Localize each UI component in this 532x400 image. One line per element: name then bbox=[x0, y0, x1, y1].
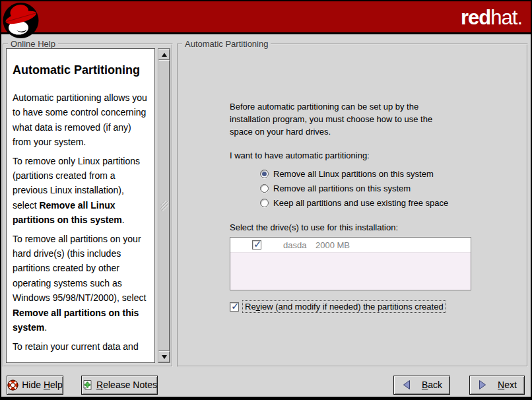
partitioning-radio-group: Remove all Linux partitions on this syst… bbox=[260, 169, 527, 208]
radio-keep-all-partitions[interactable]: Keep all partitions and use existing fre… bbox=[260, 198, 527, 208]
release-notes-label: Release Notes bbox=[96, 380, 157, 390]
online-help-frame: Online Help Automatic Partitioning Autom… bbox=[3, 44, 173, 367]
help-scrollbar[interactable] bbox=[158, 48, 170, 363]
review-checkbox[interactable] bbox=[230, 302, 239, 312]
header-banner: redhat. bbox=[1, 1, 531, 34]
question-text: I want to have automatic partitioning: bbox=[230, 150, 527, 160]
main-content: Before automatic partitioning can be set… bbox=[178, 45, 527, 313]
radio-remove-linux-partitions[interactable]: Remove all Linux partitions on this syst… bbox=[260, 169, 527, 179]
lifebuoy-help-icon bbox=[7, 380, 18, 391]
radio-remove-all-partitions[interactable]: Remove all partitions on this system bbox=[260, 183, 527, 193]
release-notes-button[interactable]: Release Notes bbox=[81, 376, 158, 395]
help-paragraph: To remove all partitions on your hard dr… bbox=[13, 232, 149, 335]
wordmark-red: red bbox=[461, 6, 490, 29]
intro-text: Before automatic partitioning can be set… bbox=[230, 100, 436, 138]
radio-button-icon[interactable] bbox=[260, 184, 269, 193]
main-frame-label: Automatic Partitioning bbox=[182, 39, 271, 49]
radio-label: Remove all Linux partitions on this syst… bbox=[273, 169, 434, 179]
back-arrow-icon bbox=[401, 380, 412, 390]
arrow-up-icon bbox=[162, 53, 167, 57]
drive-checkbox[interactable] bbox=[252, 240, 261, 250]
help-paragraph: To remove only Linux partitions (partiti… bbox=[13, 154, 149, 228]
installer-window: redhat. Online Help Automatic Partitioni… bbox=[0, 0, 532, 400]
online-help-frame-label: Online Help bbox=[8, 39, 58, 49]
scroll-down-button[interactable] bbox=[158, 351, 170, 362]
redhat-shadowman-logo bbox=[2, 1, 40, 40]
scroll-up-button[interactable] bbox=[158, 49, 170, 60]
automatic-partitioning-frame: Automatic Partitioning Before automatic … bbox=[177, 44, 528, 367]
drive-name: dasda bbox=[283, 240, 316, 250]
footer-bar: Hide Help Release Notes Back bbox=[1, 370, 531, 397]
release-notes-icon bbox=[82, 380, 93, 391]
help-paragraph: Automatic partitioning allows you to hav… bbox=[13, 90, 149, 150]
help-text: Automatic Partitioning Automatic partiti… bbox=[7, 49, 154, 354]
scrollbar-grip-icon bbox=[160, 200, 168, 212]
scroll-thumb[interactable] bbox=[158, 60, 170, 351]
hide-help-label: Hide Help bbox=[22, 380, 63, 390]
review-option: Review (and modify if needed) the partit… bbox=[230, 300, 527, 313]
help-text-view: Automatic Partitioning Automatic partiti… bbox=[6, 48, 155, 363]
arrow-down-icon bbox=[162, 355, 167, 359]
radio-label: Keep all partitions and use existing fre… bbox=[273, 198, 448, 208]
back-label: Back bbox=[422, 380, 442, 390]
next-arrow-icon bbox=[477, 380, 488, 390]
drive-row-dasda[interactable]: dasda 2000 MB bbox=[230, 238, 471, 253]
content-area: Online Help Automatic Partitioning Autom… bbox=[1, 34, 531, 368]
hide-help-button[interactable]: Hide Help bbox=[7, 376, 63, 395]
back-button[interactable]: Back bbox=[393, 376, 450, 395]
help-heading: Automatic Partitioning bbox=[13, 63, 149, 77]
radio-button-icon[interactable] bbox=[260, 199, 269, 207]
review-checkbox-label[interactable]: Review (and modify if needed) the partit… bbox=[242, 300, 446, 313]
radio-label: Remove all partitions on this system bbox=[273, 183, 411, 193]
radio-button-icon[interactable] bbox=[260, 170, 269, 178]
redhat-wordmark: redhat. bbox=[461, 6, 522, 30]
drive-size: 2000 MB bbox=[316, 240, 350, 250]
next-label: Next bbox=[498, 380, 517, 390]
help-paragraph-truncated: To retain your current data and bbox=[13, 339, 149, 354]
drive-list[interactable]: dasda 2000 MB bbox=[230, 237, 471, 290]
wordmark-hat: hat. bbox=[490, 6, 522, 29]
next-button[interactable]: Next bbox=[469, 376, 525, 395]
drives-select-label: Select the drive(s) to use for this inst… bbox=[230, 222, 527, 232]
